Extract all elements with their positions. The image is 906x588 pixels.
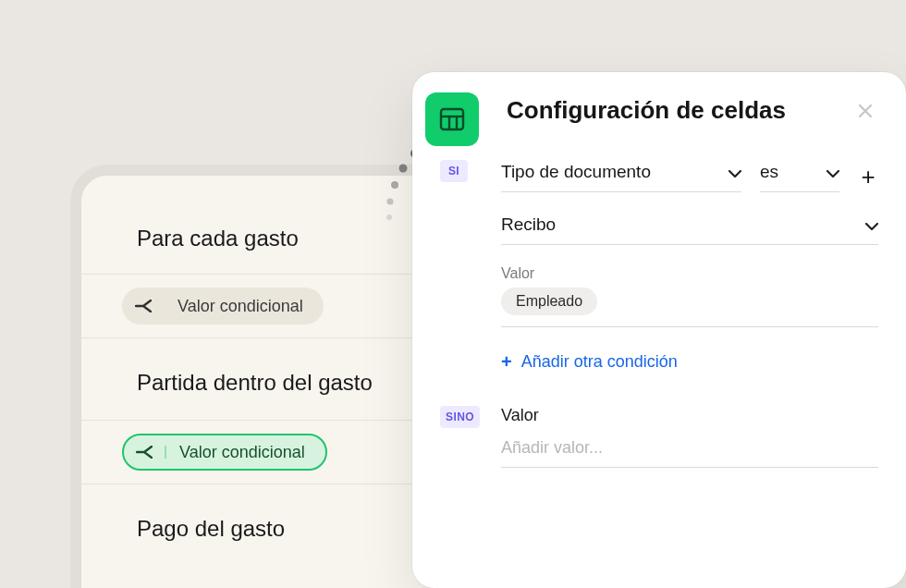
add-condition-plus[interactable]: + (858, 165, 878, 189)
add-link-label: Añadir otra condición (521, 352, 678, 372)
conditional-value-pill-1[interactable]: Valor condicional (122, 288, 324, 325)
pill-label: Valor condicional (165, 297, 324, 316)
condition-operator-select[interactable]: es (760, 160, 839, 192)
panel-title: Configuración de celdas (507, 96, 834, 125)
condition-value-select[interactable]: Recibo (501, 213, 878, 245)
cell-configuration-panel: Configuración de celdas SI Tipo de docum… (412, 72, 906, 588)
value-chip-container[interactable]: Empleado (501, 282, 878, 327)
branch-icon (124, 446, 166, 459)
else-value-label: Valor (501, 406, 878, 425)
plus-icon: + (501, 351, 512, 373)
else-value-input[interactable] (501, 435, 878, 468)
close-button[interactable] (852, 98, 878, 124)
value-field-label: Valor (501, 265, 878, 282)
chevron-down-icon (728, 162, 741, 182)
if-condition-row: SI Tipo de documento es + Recibo (440, 160, 878, 373)
select-value: es (760, 162, 778, 182)
table-icon (425, 92, 479, 146)
chevron-down-icon (826, 162, 839, 182)
branch-icon (122, 300, 165, 312)
panel-header: Configuración de celdas (412, 72, 906, 134)
svg-rect-6 (441, 109, 463, 129)
condition-field-select[interactable]: Tipo de documento (501, 160, 741, 192)
select-value: Tipo de documento (501, 162, 651, 182)
value-chip-empleado[interactable]: Empleado (501, 288, 597, 315)
else-badge: SINO (440, 406, 480, 428)
add-another-condition-link[interactable]: + Añadir otra condición (501, 351, 878, 373)
pill-label: Valor condicional (166, 443, 325, 462)
else-row: SINO Valor (440, 406, 878, 468)
close-icon (857, 103, 874, 119)
select-value: Recibo (501, 214, 556, 235)
chevron-down-icon (865, 214, 878, 235)
conditional-value-pill-2[interactable]: Valor condicional (122, 434, 327, 471)
if-badge: SI (440, 160, 468, 182)
